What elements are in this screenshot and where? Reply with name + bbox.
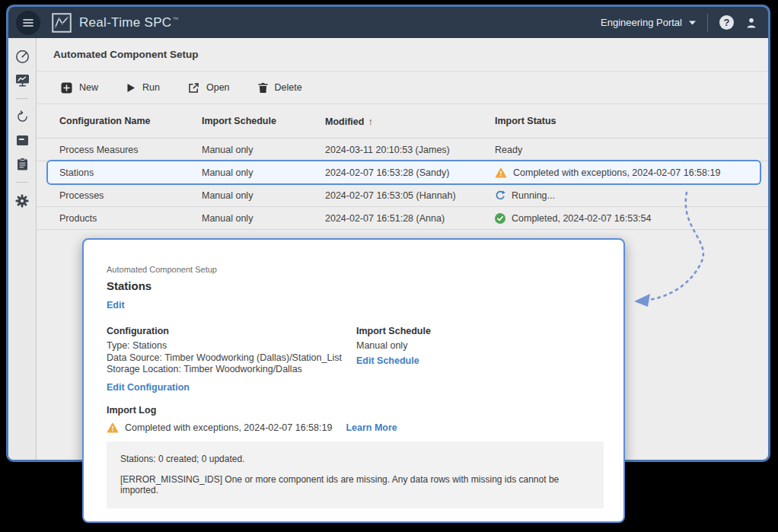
cell-modified: 2024-03-11 20:10:53 (James): [325, 145, 495, 155]
import-log-status-line: Completed with exceptions, 2024-02-07 16…: [107, 422, 601, 433]
delete-button-label: Delete: [275, 82, 302, 93]
column-header-modified[interactable]: Modified↑: [325, 116, 495, 127]
table-header: Configuration Name Import Schedule Modif…: [37, 104, 768, 139]
help-icon: ?: [724, 17, 730, 28]
table-row-products[interactable]: Products Manual only 2024-02-07 16:51:28…: [37, 207, 768, 230]
import-log-section: Import Log Completed with exceptions, 20…: [107, 405, 601, 508]
detail-popup-stations: Automated Component Setup Stations Edit …: [82, 238, 625, 523]
sidebar-item-reports[interactable]: [15, 157, 30, 171]
cell-import-status: Running...: [495, 190, 768, 201]
sync-icon: [16, 110, 29, 123]
cell-modified: 2024-02-07 16:53:28 (Sandy): [325, 167, 495, 178]
spc-chart-logo-icon: [52, 13, 72, 33]
trademark-symbol: ™: [172, 16, 178, 23]
plus-square-icon: [61, 82, 72, 94]
learn-more-link[interactable]: Learn More: [346, 422, 397, 433]
configuration-storage-location: Storage Location: Timber Woodworking/Dal…: [107, 364, 356, 376]
sidebar-item-dashboard[interactable]: [15, 49, 30, 64]
table-row-process-measures[interactable]: Process Measures Manual only 2024-03-11 …: [37, 139, 768, 161]
configuration-section: Configuration Type: Stations Data Source…: [107, 326, 356, 393]
import-schedule-value: Manual only: [356, 340, 431, 352]
table-row-processes[interactable]: Processes Manual only 2024-02-07 16:53:0…: [37, 184, 768, 207]
cell-import-schedule: Manual only: [202, 190, 325, 201]
play-icon: [126, 83, 136, 93]
sidebar-item-monitoring[interactable]: [15, 73, 30, 88]
chevron-down-icon: [689, 21, 696, 25]
cell-configuration-name: Stations: [59, 167, 202, 178]
import-log-heading: Import Log: [107, 405, 601, 416]
configuration-heading: Configuration: [107, 326, 356, 336]
gear-icon: [15, 194, 29, 208]
help-button[interactable]: ?: [719, 15, 734, 30]
cell-configuration-name: Products: [59, 213, 202, 224]
portal-label: Engineering Portal: [601, 17, 682, 28]
cell-configuration-name: Process Measures: [59, 145, 202, 155]
toolbar: New Run Open: [37, 72, 768, 104]
running-refresh-icon: [495, 190, 505, 201]
brand-title: Real-Time SPC™: [79, 15, 179, 30]
import-log-output: Stations: 0 created; 0 updated. [ERROR_M…: [107, 441, 604, 508]
import-schedule-heading: Import Schedule: [356, 326, 431, 336]
cell-import-schedule: Manual only: [202, 167, 325, 178]
left-sidebar: [8, 38, 37, 462]
storage-box-icon: [16, 135, 29, 146]
open-external-icon: [188, 82, 199, 94]
cell-import-status: Completed, 2024-02-07 16:53:54: [495, 213, 768, 224]
run-button[interactable]: Run: [126, 82, 160, 93]
topbar-divider: [707, 14, 708, 32]
column-header-configuration-name[interactable]: Configuration Name: [59, 116, 202, 126]
trash-icon: [258, 82, 268, 94]
edit-configuration-link[interactable]: Edit Configuration: [107, 382, 190, 393]
open-button-label: Open: [206, 82, 230, 93]
topbar-right-group: Engineering Portal ?: [601, 14, 757, 32]
portal-selector[interactable]: Engineering Portal: [601, 17, 696, 28]
top-navigation-bar: Real-Time SPC™ Engineering Portal ?: [8, 7, 768, 38]
status-text: Completed with exceptions, 2024-02-07 16…: [513, 167, 720, 178]
edit-link[interactable]: Edit: [107, 300, 125, 311]
monitor-chart-icon: [15, 74, 30, 87]
log-line-error: [ERROR_MISSING_IDS] One or more componen…: [120, 474, 590, 495]
run-button-label: Run: [142, 82, 160, 93]
sidebar-item-settings[interactable]: [15, 193, 30, 208]
configuration-data-source: Data Source: Timber Woodworking (Dallas)…: [107, 352, 356, 365]
cell-modified: 2024-02-07 16:51:28 (Anna): [325, 213, 495, 224]
column-header-import-status[interactable]: Import Status: [495, 116, 768, 126]
column-header-import-schedule[interactable]: Import Schedule: [202, 116, 325, 126]
configuration-type: Type: Stations: [107, 340, 356, 352]
import-log-status-text: Completed with exceptions, 2024-02-07 16…: [125, 422, 332, 433]
edit-schedule-link[interactable]: Edit Schedule: [356, 355, 419, 366]
cell-import-schedule: Manual only: [202, 145, 325, 155]
success-check-icon: [495, 213, 505, 224]
log-line-summary: Stations: 0 created; 0 updated.: [120, 454, 590, 464]
sidebar-divider: [16, 182, 28, 183]
open-button[interactable]: Open: [188, 82, 230, 94]
clipboard-icon: [17, 158, 28, 170]
cell-import-status: Ready: [495, 145, 768, 155]
page-header: Automated Component Setup: [37, 38, 768, 72]
sidebar-item-sync[interactable]: [15, 110, 30, 124]
cell-import-status: Completed with exceptions, 2024-02-07 16…: [495, 167, 768, 178]
warning-triangle-icon: [495, 167, 507, 178]
popup-title: Stations: [107, 279, 601, 292]
cell-configuration-name: Processes: [59, 190, 202, 201]
status-text: Running...: [512, 190, 555, 201]
sidebar-item-storage[interactable]: [15, 133, 30, 148]
warning-triangle-icon: [107, 422, 119, 433]
table-row-stations-selected[interactable]: Stations Manual only 2024-02-07 16:53:28…: [37, 161, 768, 184]
sort-ascending-icon: ↑: [368, 116, 373, 127]
popup-eyebrow: Automated Component Setup: [107, 265, 601, 274]
popup-columns: Configuration Type: Stations Data Source…: [107, 326, 601, 393]
import-schedule-section: Import Schedule Manual only Edit Schedul…: [356, 326, 431, 393]
delete-button[interactable]: Delete: [258, 82, 302, 94]
cell-modified: 2024-02-07 16:53:05 (Hannah): [325, 190, 495, 201]
new-button-label: New: [79, 82, 98, 93]
new-button[interactable]: New: [61, 82, 98, 94]
status-text: Completed, 2024-02-07 16:53:54: [512, 213, 651, 224]
hamburger-menu-button[interactable]: [16, 11, 40, 35]
cell-import-schedule: Manual only: [202, 213, 325, 224]
page-title: Automated Component Setup: [53, 49, 199, 60]
table-body: Process Measures Manual only 2024-03-11 …: [37, 139, 768, 230]
user-icon[interactable]: [745, 17, 757, 29]
hamburger-menu-icon: [23, 19, 33, 27]
gauge-icon: [15, 49, 30, 64]
